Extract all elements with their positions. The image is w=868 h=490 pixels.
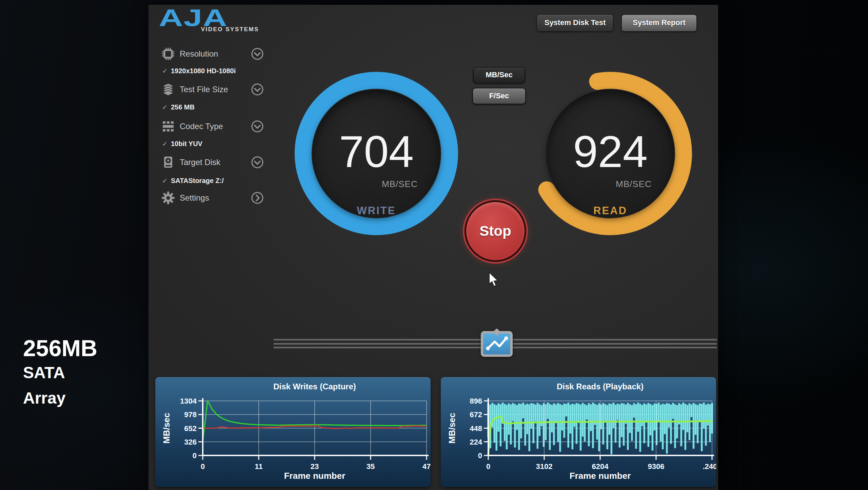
- check-icon: ✓: [162, 177, 167, 185]
- svg-text:9306: 9306: [648, 462, 665, 471]
- sidebar-item-settings[interactable]: Settings: [161, 190, 270, 205]
- disk-writes-chart: 03266529781304011233547Disk Writes (Capt…: [155, 377, 431, 487]
- svg-text:MB/sec: MB/sec: [447, 413, 457, 444]
- chevron-down-icon[interactable]: [251, 83, 264, 96]
- video-caption: 256MB SATA Array: [23, 336, 97, 411]
- system-report-button[interactable]: System Report: [622, 15, 697, 32]
- disk-reads-chart: 02244486728960310262049306.2408Disk Read…: [441, 377, 716, 487]
- gear-icon: [161, 191, 175, 205]
- write-speed-unit: MB/SEC: [382, 179, 418, 189]
- svg-text:.2408: .2408: [703, 462, 716, 471]
- charts-toggle-button[interactable]: [481, 331, 513, 357]
- read-speed-value: 924: [528, 129, 693, 174]
- caption-line2: SATA: [23, 360, 97, 385]
- svg-text:Frame number: Frame number: [570, 471, 631, 481]
- resolution-value: 1920x1080 HD-1080i: [171, 67, 236, 75]
- chevron-right-icon[interactable]: [251, 191, 264, 204]
- sidebar-item-test-file-size[interactable]: Test File Size: [161, 82, 270, 97]
- mouse-cursor: [488, 272, 502, 287]
- codec-type-value-row[interactable]: ✓ 10bit YUV: [162, 139, 202, 149]
- resolution-value-row[interactable]: ✓ 1920x1080 HD-1080i: [162, 66, 236, 76]
- stop-button[interactable]: Stop: [465, 200, 526, 262]
- read-gauge: 924 MB/SEC READ: [528, 71, 693, 236]
- read-speed-unit: MB/SEC: [616, 179, 652, 189]
- svg-text:326: 326: [184, 438, 197, 446]
- svg-text:6204: 6204: [592, 462, 609, 471]
- svg-text:978: 978: [184, 410, 197, 419]
- write-speed-value: 704: [294, 129, 459, 174]
- sidebar-item-codec-type[interactable]: Codec Type: [161, 119, 270, 134]
- svg-text:896: 896: [470, 397, 482, 405]
- page-root: { "overlay": {"size": "256MB", "line2": …: [0, 0, 868, 490]
- svg-text:0: 0: [486, 462, 490, 471]
- svg-text:Disk Writes (Capture): Disk Writes (Capture): [273, 382, 356, 391]
- svg-text:652: 652: [184, 424, 197, 433]
- codec-type-value: 10bit YUV: [171, 140, 202, 148]
- caption-line3: Array: [23, 386, 97, 411]
- f-per-sec-button[interactable]: F/Sec: [472, 88, 526, 104]
- svg-text:0: 0: [478, 451, 482, 460]
- mb-per-sec-button[interactable]: MB/Sec: [473, 67, 525, 83]
- test-file-size-value: 256 MB: [171, 103, 195, 111]
- write-gauge-label: WRITE: [294, 205, 459, 217]
- check-icon: ✓: [162, 140, 167, 148]
- svg-text:Disk Reads (Playback): Disk Reads (Playback): [557, 382, 644, 391]
- check-icon: ✓: [162, 67, 167, 75]
- chevron-down-icon[interactable]: [251, 120, 264, 133]
- sidebar-item-label: Target Disk: [180, 158, 220, 167]
- svg-text:1304: 1304: [180, 397, 197, 405]
- svg-text:23: 23: [311, 462, 319, 471]
- chevron-down-icon[interactable]: [251, 156, 264, 169]
- check-icon: ✓: [162, 103, 167, 111]
- svg-text:224: 224: [470, 438, 482, 446]
- svg-text:0: 0: [201, 462, 205, 471]
- disk-writes-chart-panel: 03266529781304011233547Disk Writes (Capt…: [155, 377, 431, 487]
- sidebar-item-label: Resolution: [180, 49, 218, 59]
- svg-text:672: 672: [470, 410, 482, 419]
- sidebar-item-resolution[interactable]: Resolution: [161, 46, 270, 61]
- target-disk-value-row[interactable]: ✓ SATAStorage Z:/: [162, 176, 224, 186]
- caption-size: 256MB: [23, 336, 97, 360]
- svg-text:47: 47: [422, 462, 431, 471]
- svg-text:11: 11: [255, 462, 262, 471]
- sidebar-item-label: Codec Type: [180, 122, 223, 131]
- read-gauge-label: READ: [528, 205, 693, 217]
- chip-icon: [161, 47, 175, 61]
- system-disk-test-button[interactable]: System Disk Test: [537, 15, 613, 32]
- layers-icon: [161, 83, 175, 96]
- line-chart-icon: [483, 333, 510, 354]
- sidebar-item-target-disk[interactable]: Target Disk: [161, 155, 270, 170]
- chevron-down-icon[interactable]: [251, 47, 264, 60]
- disk-icon: [161, 156, 175, 169]
- sidebar-item-label: Settings: [180, 193, 209, 203]
- svg-text:448: 448: [470, 424, 482, 433]
- aja-logo: AJA VIDEO SYSTEMS: [159, 7, 259, 33]
- aja-logo-text: AJA: [159, 7, 301, 29]
- svg-text:0: 0: [193, 451, 197, 460]
- aja-system-test-window: AJA VIDEO SYSTEMS System Disk Test Syste…: [149, 5, 718, 490]
- svg-text:35: 35: [367, 462, 375, 471]
- svg-text:3102: 3102: [536, 462, 553, 471]
- disk-reads-chart-panel: 02244486728960310262049306.2408Disk Read…: [441, 377, 716, 487]
- codec-grid-icon: [161, 120, 175, 133]
- target-disk-value: SATAStorage Z:/: [171, 177, 224, 185]
- write-gauge: 704 MB/SEC WRITE: [294, 71, 459, 236]
- test-file-size-value-row[interactable]: ✓ 256 MB: [162, 102, 195, 112]
- svg-text:MB/sec: MB/sec: [161, 413, 172, 444]
- sidebar-item-label: Test File Size: [180, 85, 228, 94]
- svg-text:Frame number: Frame number: [284, 471, 346, 481]
